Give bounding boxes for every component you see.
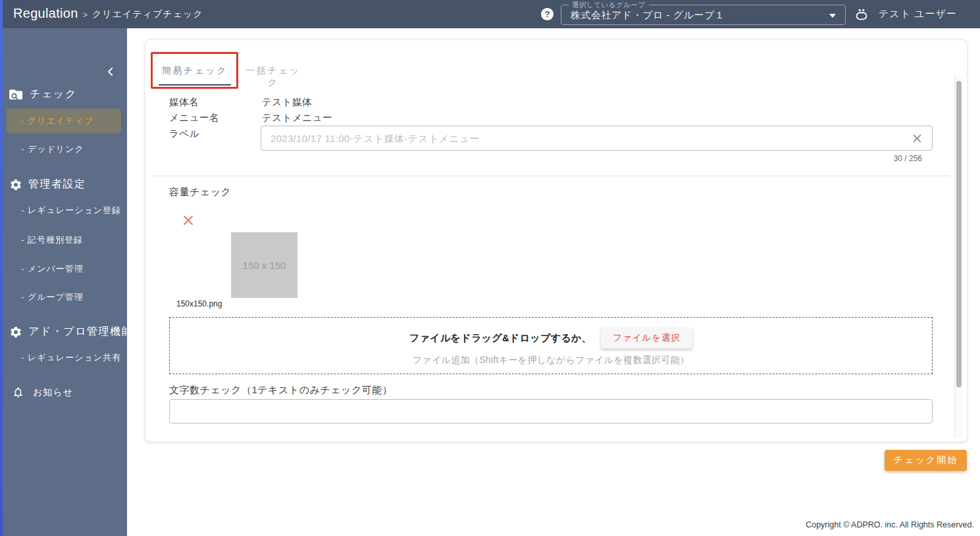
file-thumbnail: 150 x 150: [231, 232, 297, 298]
scrollbar-thumb[interactable]: [956, 81, 962, 387]
check-card: 簡易チェック 一括チェック 媒体名 テスト媒体 メニュー名 テストメニュー ラベ…: [145, 39, 967, 442]
sidebar-item-deadlink[interactable]: - デッドリンク: [21, 143, 84, 155]
sidebar-item-member-manage[interactable]: - メンバー管理: [21, 263, 84, 275]
sidebar-item-creative[interactable]: - クリエイティブ: [7, 109, 121, 134]
user-avatar-icon: [854, 7, 869, 22]
text-check-input[interactable]: [169, 399, 933, 424]
capacity-check-title: 容量チェック: [169, 186, 231, 199]
group-select-label: 選択しているグループ: [569, 1, 649, 10]
sidebar-section-adpro-admin[interactable]: アド・プロ管理機能: [9, 325, 133, 339]
sidebar: チェック - クリエイティブ - デッドリンク 管理者設定 - レギュレーション…: [0, 28, 127, 536]
menu-name-value: テストメニュー: [262, 112, 332, 124]
folder-search-icon: [9, 88, 24, 101]
media-name-value: テスト媒体: [262, 96, 312, 109]
chevron-left-icon: [105, 66, 116, 78]
group-select[interactable]: 選択しているグループ 株式会社アド・プロ - グループ１: [561, 5, 846, 25]
section-divider: [153, 176, 950, 176]
sidebar-item-symbol-register[interactable]: - 記号種別登録: [21, 234, 83, 246]
sidebar-item-regulation-share[interactable]: - レギュレーション共有: [21, 352, 121, 364]
start-check-button[interactable]: チェック開始: [885, 450, 967, 471]
bell-icon: [12, 386, 24, 399]
sidebar-item-notice[interactable]: お知らせ: [12, 386, 73, 399]
clear-input-icon[interactable]: [912, 133, 923, 144]
top-header: Regulation > クリエイティブチェック ? 選択しているグループ 株式…: [0, 0, 980, 28]
scrollbar-track[interactable]: [954, 76, 963, 439]
help-icon[interactable]: ?: [541, 8, 554, 20]
file-dropzone[interactable]: ファイルをドラッグ&ドロップするか、 ファイルを選択 ファイル追加（Shiftキ…: [169, 317, 933, 374]
breadcrumb-page-title: クリエイティブチェック: [92, 9, 203, 20]
label-field-label: ラベル: [169, 128, 199, 140]
accent-strip: [0, 0, 3, 536]
tab-simple-check[interactable]: 簡易チェック: [159, 65, 231, 77]
app-title: Regulation: [13, 6, 78, 21]
tab-batch-check[interactable]: 一括チェック: [243, 65, 303, 89]
media-name-label: 媒体名: [169, 96, 199, 109]
collapse-sidebar-button[interactable]: [105, 66, 116, 78]
text-check-title: 文字数チェック（1テキストのみチェック可能）: [169, 384, 392, 397]
file-name: 150x150.png: [176, 299, 222, 308]
sidebar-section-admin[interactable]: 管理者設定: [9, 178, 86, 191]
group-select-value: 株式会社アド・プロ - グループ１: [571, 9, 725, 22]
active-tab-underline: [159, 84, 231, 85]
menu-name-label: メニュー名: [169, 112, 219, 124]
dropzone-prompt: ファイルをドラッグ&ドロップするか、: [409, 332, 592, 345]
select-file-button[interactable]: ファイルを選択: [601, 328, 692, 349]
sidebar-section-check[interactable]: チェック: [9, 87, 77, 101]
dropzone-hint: ファイル追加（Shiftキーを押しながらファイルを複数選択可能）: [170, 354, 932, 366]
char-counter: 30 / 256: [894, 154, 922, 163]
copyright-text: Copyright © ADPRO. inc. All Rights Reser…: [806, 520, 974, 529]
gear-icon: [9, 326, 22, 339]
delete-file-icon[interactable]: [182, 214, 194, 226]
breadcrumb-separator: >: [83, 11, 88, 20]
gear-icon: [9, 178, 22, 191]
sidebar-item-regulation-register[interactable]: - レギュレーション登録: [21, 205, 121, 216]
user-name: テスト ユーザー: [879, 8, 957, 20]
user-menu[interactable]: テスト ユーザー: [854, 5, 957, 23]
caret-down-icon: [829, 14, 836, 18]
label-input[interactable]: [261, 126, 933, 151]
sidebar-item-group-manage[interactable]: - グループ管理: [21, 291, 84, 303]
